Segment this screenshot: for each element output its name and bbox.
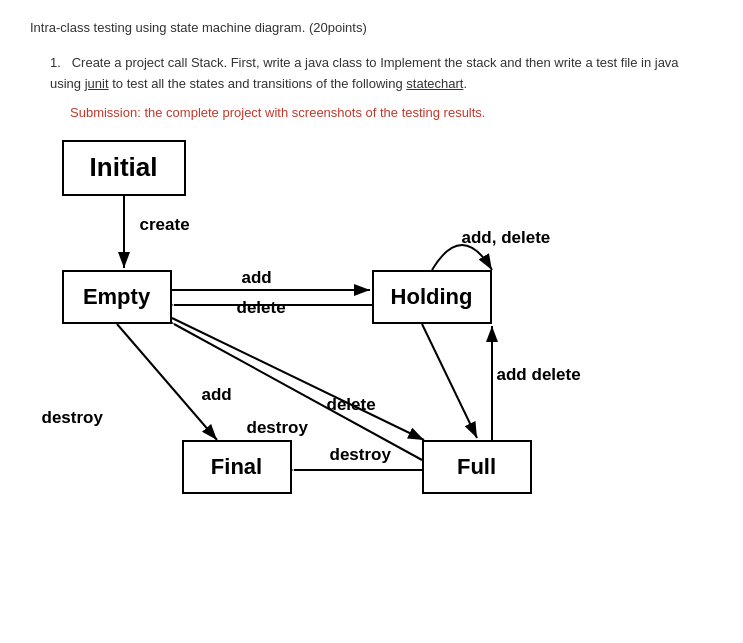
final-state: Final [182,440,292,494]
svg-line-7 [422,324,477,438]
create-label: create [140,215,190,235]
destroy-left-label: destroy [42,408,103,428]
initial-state: Initial [62,140,186,196]
add-delete-self-label: add, delete [462,228,551,248]
submission-text: Submission: the complete project with sc… [70,105,713,120]
holding-state: Holding [372,270,492,324]
empty-state: Empty [62,270,172,324]
add-cross-label: add [202,385,232,405]
destroy-full-label: destroy [330,445,391,465]
state-diagram: Initial Empty Holding Final Full create … [32,140,712,510]
statechart-underline: statechart [406,76,463,91]
full-state: Full [422,440,532,494]
delete-top-label: delete [237,298,286,318]
destroy-final-label: destroy [247,418,308,438]
header-title: Intra-class testing using state machine … [30,20,713,35]
question-number: 1. [50,55,61,70]
add-full-label: add [497,365,527,385]
svg-line-9 [117,324,217,440]
junit-underline: junit [85,76,109,91]
question-text: 1. Create a project call Stack. First, w… [50,53,713,95]
add-top-label: add [242,268,272,288]
delete-cross-label: delete [327,395,376,415]
delete-full-label: delete [532,365,581,385]
